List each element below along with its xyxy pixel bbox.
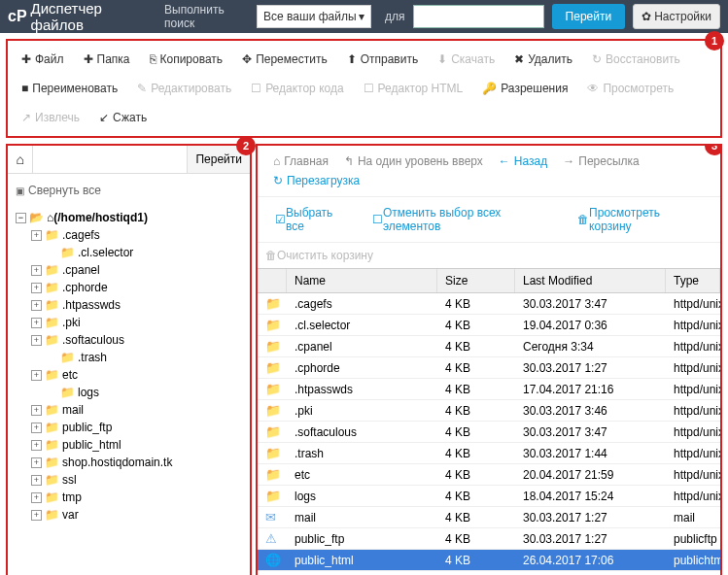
toolbar-файл[interactable]: ✚Файл — [12, 45, 74, 74]
expand-icon[interactable] — [47, 388, 57, 398]
tree-item[interactable]: +📁etc — [16, 366, 242, 384]
file-row[interactable]: 📁.cpanel4 KBСегодня 3:34httpd/unix — [258, 336, 720, 357]
deselect-button[interactable]: ☐Отменить выбор всех элементов — [363, 203, 568, 236]
file-type: httpd/unix — [666, 319, 720, 332]
toolbar-удалить[interactable]: ✖Удалить — [504, 45, 582, 74]
file-name: .cagefs — [287, 297, 437, 311]
view-trash-button[interactable]: 🗑Просмотреть корзину — [568, 203, 712, 236]
icon: 👁 — [587, 82, 599, 95]
tree-item[interactable]: +📁public_html — [16, 436, 242, 454]
icon: ↻ — [592, 52, 602, 66]
collapse-all-button[interactable]: ▣Свернуть все — [8, 174, 250, 207]
file-row[interactable]: 📁.softaculous4 KB30.03.2017 3:47httpd/un… — [258, 422, 720, 443]
file-row[interactable]: 📁.pki4 KB30.03.2017 3:46httpd/unix — [258, 400, 720, 422]
file-row[interactable]: 📁logs4 KB18.04.2017 15:24httpd/unix — [258, 486, 720, 507]
tree-item[interactable]: +📁.pki — [16, 314, 242, 331]
toolbar-редактор кода: ☐Редактор кода — [241, 74, 353, 103]
search-input[interactable] — [413, 5, 544, 28]
col-modified[interactable]: Last Modified — [515, 269, 666, 292]
toolbar-переместить[interactable]: ✥Переместить — [232, 45, 337, 74]
expand-icon[interactable]: + — [31, 492, 42, 503]
toolbar-копировать[interactable]: ⎘Копировать — [140, 45, 233, 74]
tree-item[interactable]: +📁.softaculous — [16, 331, 242, 349]
file-row[interactable]: 📁.trash4 KB30.03.2017 1:44httpd/unix — [258, 443, 720, 464]
expand-icon[interactable]: + — [31, 265, 42, 276]
home-icon: ⌂ — [273, 154, 280, 168]
expand-icon[interactable]: + — [31, 440, 42, 451]
nav-home[interactable]: ⌂Главная — [265, 152, 336, 171]
expand-icon[interactable] — [47, 248, 57, 258]
file-modified: 30.03.2017 1:27 — [515, 532, 666, 546]
expand-icon[interactable]: + — [31, 283, 42, 293]
toolbar-папка[interactable]: ✚Папка — [74, 45, 140, 74]
tree-item[interactable]: +📁var — [16, 506, 242, 524]
file-size: 4 KB — [437, 554, 515, 567]
col-type[interactable]: Type — [666, 269, 720, 292]
folder-icon: 📁 — [45, 316, 59, 329]
home-icon[interactable]: ⌂ — [8, 146, 33, 173]
nav-forward[interactable]: →Пересылка — [555, 152, 646, 171]
folder-icon: 📁 — [45, 490, 59, 504]
tree-item[interactable]: +📁public_ftp — [16, 419, 242, 436]
tree-item[interactable]: +📁mail — [16, 401, 242, 419]
file-row[interactable]: ✉mail4 KB30.03.2017 1:27mail — [258, 507, 720, 528]
file-row[interactable]: 📁.cl.selector4 KB19.04.2017 0:36httpd/un… — [258, 315, 720, 336]
toolbar-отправить[interactable]: ⬆Отправить — [337, 45, 429, 74]
file-row[interactable]: 📁shop.hostiqdomain.tk4 KB25.04.2017 18:1… — [258, 571, 720, 575]
expand-icon[interactable]: + — [31, 335, 42, 346]
tree-item[interactable]: 📁.cl.selector — [16, 244, 242, 261]
file-type: httpd/unix — [666, 468, 720, 482]
expand-icon[interactable]: + — [31, 370, 42, 381]
file-row[interactable]: 📁.htpasswds4 KB17.04.2017 21:16httpd/uni… — [258, 379, 720, 400]
folder-icon: 📁 — [45, 421, 59, 434]
nav-up[interactable]: ↰На один уровень вверх — [336, 152, 491, 171]
file-type: mail — [666, 511, 720, 524]
file-type: publichtml — [666, 554, 720, 567]
expand-icon[interactable]: + — [31, 457, 42, 468]
tree-item[interactable]: +📁.cagefs — [16, 226, 242, 244]
tree-item[interactable]: 📁.trash — [16, 349, 242, 366]
toolbar-сжать[interactable]: ↙Сжать — [89, 103, 156, 132]
tree-item[interactable]: +📁.htpasswds — [16, 296, 242, 314]
tree-item[interactable]: +📁tmp — [16, 489, 242, 506]
settings-button[interactable]: ✿Настройки — [633, 4, 720, 29]
icon: ■ — [21, 82, 28, 95]
folder-icon: 📁 — [265, 339, 281, 354]
expand-icon[interactable]: + — [31, 475, 42, 486]
icon: ⬇ — [437, 52, 447, 66]
select-all-button[interactable]: ☑Выбрать все — [265, 203, 363, 236]
expand-icon[interactable] — [47, 353, 57, 363]
tree-item[interactable]: +📁.cphorde — [16, 279, 242, 296]
tree-item[interactable]: 📁logs — [16, 384, 242, 401]
file-row[interactable]: 📁etc4 KB20.04.2017 21:59httpd/unix — [258, 464, 720, 486]
expand-icon[interactable]: + — [31, 423, 42, 433]
empty-trash-button[interactable]: 🗑 Очистить корзину — [258, 243, 720, 268]
file-row[interactable]: 📁.cagefs4 KB30.03.2017 3:47httpd/unix — [258, 293, 720, 315]
expand-icon[interactable]: + — [31, 318, 42, 328]
search-scope-select[interactable]: Все ваши файлы — [257, 5, 371, 28]
tree-root[interactable]: −📂⌂ (/home/hostiqd1) — [16, 209, 242, 226]
toolbar-переименовать[interactable]: ■Переименовать — [12, 74, 127, 103]
col-size[interactable]: Size — [437, 269, 515, 292]
uncheck-icon: ☐ — [372, 213, 383, 226]
col-name[interactable]: Name — [287, 269, 437, 292]
expand-icon[interactable]: + — [31, 300, 42, 311]
folder-icon: 🌐 — [265, 553, 281, 567]
toolbar-разрешения[interactable]: 🔑Разрешения — [472, 74, 577, 103]
file-row[interactable]: ⚠public_ftp4 KB30.03.2017 1:27publicftp — [258, 528, 720, 550]
tree-item[interactable]: +📁.cpanel — [16, 261, 242, 279]
expand-icon[interactable]: − — [16, 213, 26, 223]
expand-icon[interactable]: + — [31, 405, 42, 416]
search-go-button[interactable]: Перейти — [552, 4, 626, 29]
path-input[interactable] — [33, 146, 187, 173]
expand-icon[interactable]: + — [31, 510, 42, 521]
file-row[interactable]: 🌐public_html4 KB26.04.2017 17:06publicht… — [258, 550, 720, 571]
back-icon: ← — [499, 154, 510, 168]
tree-item[interactable]: +📁shop.hostiqdomain.tk — [16, 454, 242, 471]
tree-item[interactable]: +📁ssl — [16, 471, 242, 489]
nav-reload[interactable]: ↻Перезагрузка — [265, 171, 367, 190]
expand-icon[interactable]: + — [31, 230, 42, 241]
for-label: для — [385, 10, 405, 23]
nav-back[interactable]: ←Назад — [491, 152, 555, 171]
file-row[interactable]: 📁.cphorde4 KB30.03.2017 1:27httpd/unix — [258, 357, 720, 379]
